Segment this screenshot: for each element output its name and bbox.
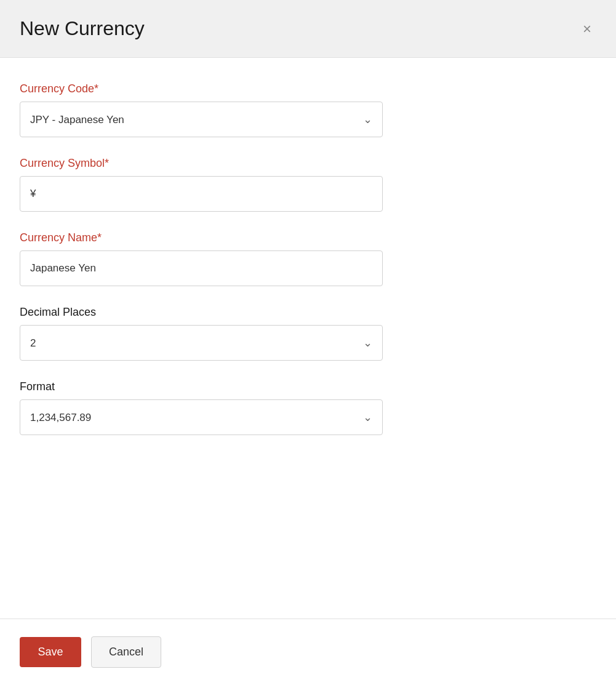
format-label: Format <box>20 380 596 393</box>
currency-code-group: Currency Code* JPY - Japanese Yen USD - … <box>20 82 596 137</box>
currency-code-label: Currency Code* <box>20 82 596 95</box>
decimal-places-select-wrapper[interactable]: 0 1 2 3 4 ⌄ <box>20 325 383 361</box>
currency-symbol-label: Currency Symbol* <box>20 157 596 170</box>
decimal-places-select[interactable]: 0 1 2 3 4 <box>20 326 382 360</box>
modal-body: Currency Code* JPY - Japanese Yen USD - … <box>0 58 616 619</box>
modal-footer: Save Cancel <box>0 619 616 685</box>
cancel-button[interactable]: Cancel <box>91 636 161 668</box>
format-select-wrapper[interactable]: 1,234,567.89 1.234.567,89 1 234 567.89 ⌄ <box>20 399 383 435</box>
modal-title: New Currency <box>20 17 145 40</box>
currency-name-group: Currency Name* <box>20 231 596 286</box>
currency-symbol-group: Currency Symbol* <box>20 157 596 212</box>
decimal-places-label: Decimal Places <box>20 306 596 319</box>
format-group: Format 1,234,567.89 1.234.567,89 1 234 5… <box>20 380 596 435</box>
save-button[interactable]: Save <box>20 637 81 667</box>
new-currency-modal: New Currency × Currency Code* JPY - Japa… <box>0 0 616 685</box>
currency-code-select[interactable]: JPY - Japanese Yen USD - US Dollar EUR -… <box>20 102 382 137</box>
currency-name-label: Currency Name* <box>20 231 596 244</box>
decimal-places-group: Decimal Places 0 1 2 3 4 ⌄ <box>20 306 596 361</box>
currency-name-input[interactable] <box>20 250 383 286</box>
currency-code-select-wrapper[interactable]: JPY - Japanese Yen USD - US Dollar EUR -… <box>20 102 383 137</box>
format-select[interactable]: 1,234,567.89 1.234.567,89 1 234 567.89 <box>20 400 382 435</box>
modal-header: New Currency × <box>0 0 616 58</box>
currency-symbol-input[interactable] <box>20 176 383 212</box>
close-button[interactable]: × <box>578 19 596 39</box>
